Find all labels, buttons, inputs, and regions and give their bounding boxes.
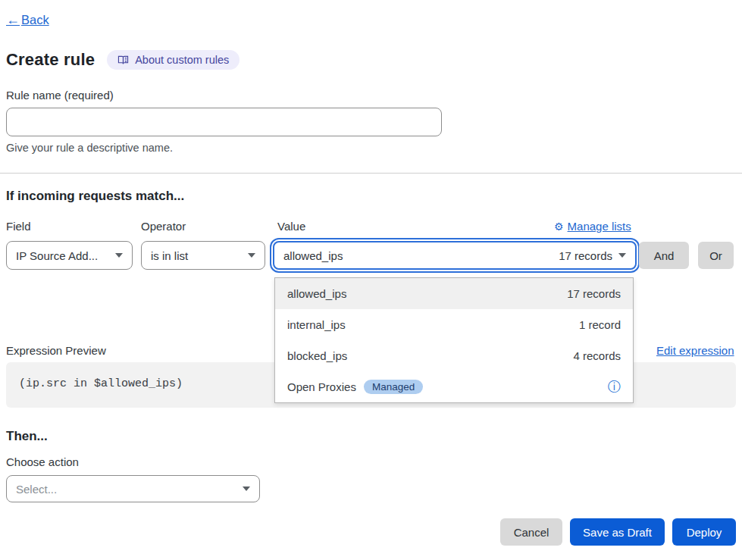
back-arrow-icon: ← xyxy=(6,12,20,28)
field-label: Field xyxy=(6,220,31,233)
then-section-heading: Then... xyxy=(6,429,48,444)
match-section-heading: If incoming requests match... xyxy=(6,189,184,204)
list-dropdown: allowed_ips 17 records internal_ips 1 re… xyxy=(274,277,634,403)
and-button[interactable]: And xyxy=(639,242,689,269)
list-item-allowed-ips[interactable]: allowed_ips 17 records xyxy=(275,278,633,309)
list-item-internal-ips[interactable]: internal_ips 1 record xyxy=(275,309,633,340)
manage-lists-link[interactable]: ⚙ Manage lists xyxy=(554,220,631,233)
page-title: Create rule xyxy=(6,50,95,70)
chevron-down-icon xyxy=(248,253,255,258)
list-item-record-count: 4 records xyxy=(573,349,621,362)
operator-select-value: is in list xyxy=(151,249,242,262)
choose-action-label: Choose action xyxy=(6,455,79,468)
list-item-record-count: 1 record xyxy=(579,318,621,331)
info-icon[interactable]: ⓘ xyxy=(608,380,621,393)
list-item-name: internal_ips xyxy=(287,318,571,331)
title-row: Create rule About custom rules xyxy=(6,50,240,70)
section-divider xyxy=(0,173,742,174)
gear-icon: ⚙ xyxy=(554,221,564,233)
list-item-blocked-ips[interactable]: blocked_ips 4 records xyxy=(275,340,633,371)
save-as-draft-button[interactable]: Save as Draft xyxy=(570,518,665,546)
operator-select[interactable]: is in list xyxy=(141,241,265,270)
rule-name-helper: Give your rule a descriptive name. xyxy=(6,142,173,154)
deploy-button[interactable]: Deploy xyxy=(672,518,736,546)
list-item-open-proxies[interactable]: Open Proxies Managed ⓘ xyxy=(275,371,633,402)
rule-name-input[interactable] xyxy=(6,108,442,136)
chevron-down-icon xyxy=(115,253,123,258)
cancel-button[interactable]: Cancel xyxy=(500,518,562,546)
footer-actions: Cancel Save as Draft Deploy xyxy=(500,518,736,546)
chevron-down-icon xyxy=(618,253,626,258)
action-select[interactable]: Select... xyxy=(6,475,260,502)
list-item-name: allowed_ips xyxy=(287,287,559,300)
list-item-name: blocked_ips xyxy=(287,349,565,362)
value-select[interactable]: allowed_ips 17 records xyxy=(273,241,637,270)
operator-label: Operator xyxy=(141,220,186,233)
list-item-name: Open Proxies xyxy=(287,380,356,393)
value-label: Value xyxy=(277,220,305,233)
about-custom-rules-label: About custom rules xyxy=(135,54,229,66)
back-link[interactable]: ←Back xyxy=(6,12,49,28)
rule-name-label: Rule name (required) xyxy=(6,89,114,102)
chevron-down-icon xyxy=(243,486,250,491)
field-select[interactable]: IP Source Add... xyxy=(6,241,133,270)
value-select-record-count: 17 records xyxy=(559,249,612,262)
edit-expression-link[interactable]: Edit expression xyxy=(656,344,734,357)
action-select-placeholder: Select... xyxy=(16,483,236,496)
back-link-label: Back xyxy=(21,13,49,27)
list-item-record-count: 17 records xyxy=(567,287,621,300)
manage-lists-label: Manage lists xyxy=(568,220,631,233)
or-button[interactable]: Or xyxy=(698,242,734,269)
field-select-value: IP Source Add... xyxy=(16,249,109,262)
expression-code: (ip.src in $allowed_ips) xyxy=(19,377,183,390)
value-select-value: allowed_ips xyxy=(283,249,553,262)
about-custom-rules-link[interactable]: About custom rules xyxy=(107,50,240,70)
expression-preview-label: Expression Preview xyxy=(6,344,106,357)
book-icon xyxy=(117,55,129,65)
managed-badge: Managed xyxy=(364,380,423,394)
